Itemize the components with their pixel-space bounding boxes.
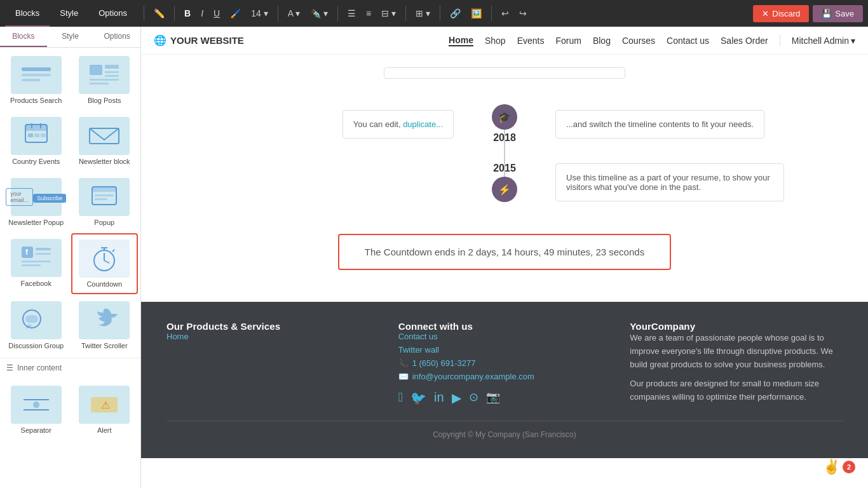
nav-link-blog[interactable]: Blog bbox=[593, 36, 611, 46]
block-alert[interactable]: ⚠ Alert bbox=[71, 380, 139, 440]
undo-icon[interactable]: ↩ bbox=[498, 6, 512, 21]
youtube-social-icon[interactable]: ▶ bbox=[452, 390, 461, 405]
timeline-center-2018: 🎓 2018 bbox=[492, 104, 517, 144]
nav-separator bbox=[780, 35, 780, 46]
globe-icon: 🌐 bbox=[154, 34, 166, 46]
footer-grid: Our Products & Services Home Connect wit… bbox=[166, 321, 843, 410]
svg-rect-4 bbox=[105, 65, 119, 69]
tab-options[interactable]: Options bbox=[88, 0, 137, 27]
underline-icon[interactable]: U bbox=[210, 6, 223, 21]
block-label-separator: Separator bbox=[21, 426, 51, 434]
timeline-dot-2018: 🎓 bbox=[492, 104, 517, 130]
block-countdown[interactable]: Countdown bbox=[71, 233, 139, 294]
block-popup[interactable]: Popup bbox=[71, 172, 139, 232]
bold-icon[interactable]: B bbox=[181, 6, 194, 21]
svg-rect-3 bbox=[90, 65, 102, 75]
list-ordered-icon[interactable]: ≡ bbox=[363, 6, 374, 21]
block-separator[interactable]: Separator bbox=[3, 380, 70, 440]
list-unordered-icon[interactable]: ☰ bbox=[344, 6, 359, 21]
inner-content-label: Inner content bbox=[17, 363, 62, 372]
linkedin-social-icon[interactable]: in bbox=[434, 390, 444, 405]
svg-point-37 bbox=[33, 402, 39, 408]
svg-rect-2 bbox=[22, 79, 41, 81]
block-label-blog-posts: Blog Posts bbox=[88, 97, 121, 104]
instagram-social-icon[interactable]: 📷 bbox=[486, 390, 500, 405]
countdown-section: The Countdown ends in 2 days, 14 hours, … bbox=[160, 221, 849, 283]
font-size-icon[interactable]: 14 ▾ bbox=[248, 6, 271, 21]
block-newsletter-block[interactable]: Newsletter block bbox=[71, 111, 139, 171]
nav-link-shop[interactable]: Shop bbox=[485, 36, 506, 46]
nav-link-home[interactable]: Home bbox=[449, 35, 473, 46]
sidebar-tab-blocks[interactable]: Blocks bbox=[0, 27, 47, 47]
svg-rect-18 bbox=[92, 187, 116, 192]
nav-link-events[interactable]: Events bbox=[517, 36, 545, 46]
svg-rect-0 bbox=[22, 67, 51, 71]
toolbar-divider-4 bbox=[337, 6, 338, 21]
highlight-icon[interactable]: 🖌️ bbox=[227, 6, 244, 21]
brand-name: YOUR WEBSITE bbox=[170, 35, 244, 46]
timeline-left-2018: You can edit, duplicate... bbox=[173, 110, 492, 139]
email-icon: ✉️ bbox=[398, 372, 409, 381]
block-twitter-scroller[interactable]: Twitter Scroller bbox=[71, 295, 139, 355]
block-thumb-products-search bbox=[11, 56, 62, 94]
block-newsletter-popup[interactable]: your email... Subscribe Newsletter Popup bbox=[3, 172, 70, 232]
svg-line-29 bbox=[104, 261, 109, 263]
discard-button[interactable]: ✕ Discard bbox=[753, 5, 809, 22]
block-label-twitter-scroller: Twitter Scroller bbox=[81, 342, 128, 349]
timeline-row-2015: 2015 ⚡ Use this timeline as a part of yo… bbox=[173, 163, 836, 202]
footer-col3: YourCompany We are a team of passionate … bbox=[630, 321, 843, 410]
sub-blocks-grid: Separator ⚠ Alert bbox=[0, 377, 140, 442]
align-icon[interactable]: ⊟ ▾ bbox=[378, 6, 399, 21]
nav-link-sales[interactable]: Sales Order bbox=[721, 36, 768, 46]
font-color-icon[interactable]: A ▾ bbox=[285, 6, 303, 21]
block-label-popup: Popup bbox=[94, 219, 114, 226]
timeline-input[interactable] bbox=[384, 67, 625, 79]
block-thumb-country-events bbox=[11, 117, 62, 155]
sidebar-tab-style[interactable]: Style bbox=[47, 27, 94, 47]
toolbar: Blocks Style Options ✏️ B I U 🖌️ 14 ▾ A … bbox=[0, 0, 868, 27]
svg-rect-10 bbox=[25, 125, 47, 131]
block-country-events[interactable]: Country Events bbox=[3, 111, 70, 171]
facebook-social-icon[interactable]:  bbox=[398, 390, 403, 405]
timeline-year-2015: 2015 bbox=[493, 163, 516, 174]
github-social-icon[interactable]: ⊙ bbox=[469, 390, 478, 405]
pencil-icon[interactable]: ✏️ bbox=[151, 6, 168, 21]
footer-copyright: Copyright © My Company (San Francisco) bbox=[166, 421, 843, 439]
save-button[interactable]: 💾 Save bbox=[813, 5, 863, 22]
block-facebook[interactable]: f Facebook bbox=[3, 233, 70, 294]
timeline-right-2018: ...and switch the timeline contents to f… bbox=[517, 110, 836, 139]
main-area: 🌐 YOUR WEBSITE Home Shop Events Forum Bl… bbox=[141, 27, 868, 488]
block-thumb-countdown bbox=[79, 240, 130, 278]
footer-contact-link[interactable]: Contact us bbox=[398, 332, 611, 341]
footer-email: ✉️ info@yourcompany.example.com bbox=[398, 372, 611, 381]
timeline-right-2015: Use this timeline as a part of your resu… bbox=[517, 163, 836, 201]
block-products-search[interactable]: Products Search bbox=[3, 50, 70, 110]
italic-icon[interactable]: I bbox=[198, 6, 207, 21]
tab-style[interactable]: Style bbox=[50, 0, 88, 27]
nav-link-forum[interactable]: Forum bbox=[555, 36, 581, 46]
block-label-alert: Alert bbox=[97, 426, 112, 434]
footer-link-home[interactable]: Home bbox=[166, 332, 379, 341]
block-thumb-separator bbox=[11, 386, 62, 424]
svg-rect-23 bbox=[36, 248, 51, 250]
block-blog-posts[interactable]: Blog Posts bbox=[71, 50, 139, 110]
nav-user[interactable]: Mitchell Admin ▾ bbox=[792, 36, 855, 46]
twitter-social-icon[interactable]: 🐦 bbox=[410, 390, 426, 405]
peace-sign-icon: ✌️ bbox=[823, 459, 840, 475]
stroke-icon[interactable]: ✒️ ▾ bbox=[307, 6, 331, 21]
toolbar-divider-7 bbox=[491, 6, 492, 21]
svg-rect-8 bbox=[90, 83, 109, 85]
timeline-dot-2015: ⚡ bbox=[492, 177, 517, 202]
svg-text:⚠: ⚠ bbox=[101, 400, 110, 410]
tab-blocks[interactable]: Blocks bbox=[5, 0, 50, 27]
footer-twitter-link[interactable]: Twitter wall bbox=[398, 345, 611, 355]
table-icon[interactable]: ⊞ ▾ bbox=[412, 6, 433, 21]
nav-link-courses[interactable]: Courses bbox=[622, 36, 655, 46]
block-discussion-group[interactable]: Discussion Group bbox=[3, 295, 70, 355]
link-icon[interactable]: 🔗 bbox=[447, 6, 464, 21]
redo-icon[interactable]: ↪ bbox=[516, 6, 530, 21]
image-icon[interactable]: 🖼️ bbox=[468, 6, 485, 21]
nav-link-contact[interactable]: Contact us bbox=[667, 36, 709, 46]
badge-count: 2 bbox=[843, 461, 855, 473]
sidebar-tab-options[interactable]: Options bbox=[93, 27, 140, 47]
